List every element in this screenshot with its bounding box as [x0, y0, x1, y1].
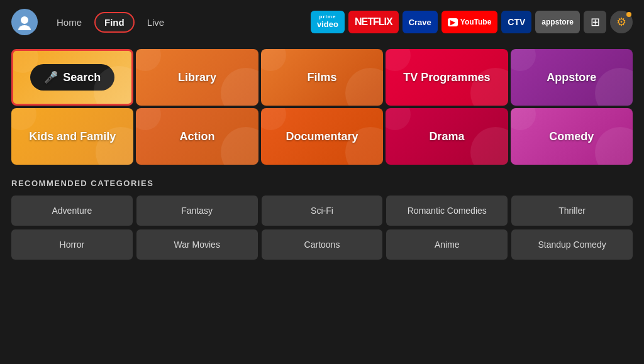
appstore-label: Appstore [547, 71, 596, 84]
tv-label: TV Programmes [403, 71, 490, 84]
category-grid: 🎤 Search Library Films TV Programmes App… [11, 49, 633, 165]
app-appstore[interactable]: appstore [535, 11, 580, 33]
tv-tile[interactable]: TV Programmes [386, 49, 508, 106]
library-label: Library [178, 71, 216, 84]
films-label: Films [307, 71, 336, 84]
avatar[interactable] [11, 9, 38, 35]
recommended-tile[interactable]: Romantic Comedies [386, 196, 508, 226]
kids-tile[interactable]: Kids and Family [11, 108, 133, 165]
nav-live[interactable]: Live [138, 13, 174, 31]
recommended-grid: AdventureFantasySci-FiRomantic ComediesT… [11, 196, 633, 260]
svg-point-1 [18, 25, 31, 30]
youtube-play-icon: ▶ [448, 18, 458, 26]
search-button[interactable]: 🎤 Search [30, 64, 114, 91]
settings-notification-dot [626, 12, 631, 17]
nav-find[interactable]: Find [94, 12, 135, 33]
settings-button[interactable]: ⚙ [610, 11, 633, 33]
recommended-tile[interactable]: Sci-Fi [262, 196, 383, 226]
main-content: 🎤 Search Library Films TV Programmes App… [0, 44, 644, 165]
appstore-tile[interactable]: Appstore [511, 49, 633, 106]
recommended-tile[interactable]: Thriller [511, 196, 633, 226]
top-nav: Home Find Live prime video NETFLIX Crave… [0, 0, 644, 44]
app-netflix[interactable]: NETFLIX [348, 11, 399, 33]
library-tile[interactable]: Library [136, 49, 258, 106]
recommended-tile[interactable]: Anime [386, 229, 508, 260]
recommended-tile[interactable]: Cartoons [262, 229, 383, 260]
youtube-label: YouTube [460, 18, 492, 26]
drama-label: Drama [429, 130, 464, 143]
recommended-tile[interactable]: Standup Comedy [511, 229, 633, 260]
documentary-label: Documentary [286, 130, 358, 143]
nav-links: Home Find Live [48, 12, 173, 33]
nav-apps: prime video NETFLIX Crave ▶ YouTube CTV … [311, 11, 633, 33]
recommended-title: RECOMMENDED CATEGORIES [11, 179, 633, 188]
recommended-tile[interactable]: Adventure [11, 196, 133, 226]
prime-bottom-label: video [317, 20, 338, 29]
kids-label: Kids and Family [29, 130, 116, 143]
films-tile[interactable]: Films [261, 49, 383, 106]
nav-home[interactable]: Home [48, 13, 91, 31]
documentary-tile[interactable]: Documentary [261, 108, 383, 165]
svg-point-0 [21, 16, 28, 24]
search-label: Search [63, 71, 101, 84]
recommended-section: RECOMMENDED CATEGORIES AdventureFantasyS… [0, 179, 644, 260]
app-prime-video[interactable]: prime video [311, 11, 345, 33]
mic-icon: 🎤 [44, 70, 58, 84]
comedy-tile[interactable]: Comedy [511, 108, 633, 165]
app-youtube[interactable]: ▶ YouTube [441, 11, 498, 33]
app-ctv[interactable]: CTV [501, 11, 531, 33]
search-tile[interactable]: 🎤 Search [11, 49, 133, 106]
app-crave[interactable]: Crave [402, 11, 438, 33]
recommended-tile[interactable]: War Movies [136, 229, 258, 260]
comedy-label: Comedy [549, 130, 594, 143]
recommended-tile[interactable]: Horror [11, 229, 133, 260]
recommended-tile[interactable]: Fantasy [136, 196, 258, 226]
drama-tile[interactable]: Drama [386, 108, 508, 165]
action-label: Action [180, 130, 215, 143]
grid-view-button[interactable]: ⊞ [584, 11, 606, 33]
action-tile[interactable]: Action [136, 108, 258, 165]
